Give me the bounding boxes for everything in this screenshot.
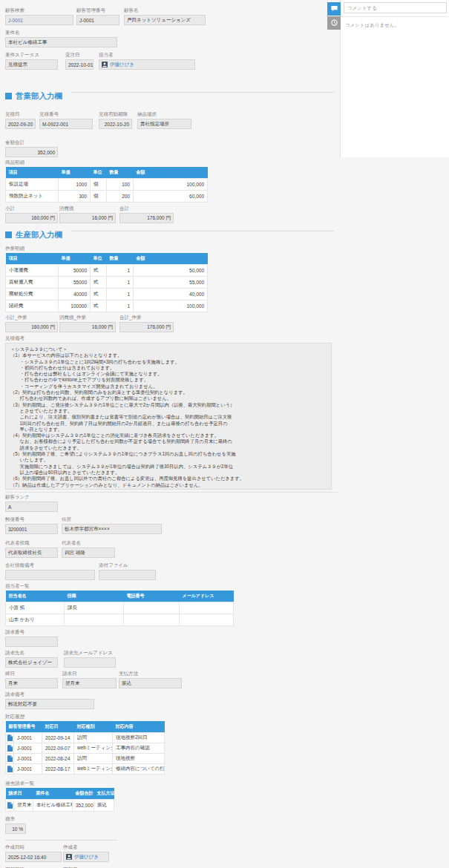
customer-search-label: 顧客検索 [5,7,73,13]
table-row: 翌月末 本社ビル修繕工事 352,000 振込 [6,800,114,812]
cell-amount: 100,000 [134,179,208,191]
record-link-icon[interactable] [6,733,14,743]
cell-qty: 200 [107,191,134,203]
cell-unit-price: 50000 [59,265,91,277]
cell-position [65,614,124,626]
subtotal-value: 160,000 円 [5,213,58,223]
table-row: 小運搬費 50000 式 1 50,000 [6,265,208,277]
assignee-link[interactable]: 伊藤ひびき [110,62,134,68]
cell-type: 訪問 [74,733,113,743]
quote-date-field: 見積日 2022-09-20 [5,111,36,129]
table-row: 資材搬入費 55000 式 1 55,000 [6,277,208,289]
work-tax-label: 消費税_作業 [59,315,116,320]
case-status-field: 案件ステータス 見積提示 [5,52,58,70]
assignee-field: 担当者 伊藤ひびき [99,52,195,70]
divider [5,492,338,493]
customer-no-label: 顧客管理番号 [76,7,119,13]
table-row: 小渡 拓 課長 [6,602,234,614]
table-header-row: 請求日 案件名 金額合計 支払方法 [6,788,114,800]
work-tax-field: 消費税_作業 16,000 円 [59,315,116,332]
work-total-field: 合計_作業 176,000 円 [119,315,174,332]
attachment-label: 添付ファイル [99,562,156,568]
assignee-label: 担当者 [99,52,195,58]
cell-unit: 式 [91,300,107,312]
work-total-value: 176,000 円 [119,322,174,332]
bill-to-value: 株式会社ジョイゾー [5,657,58,668]
col-qty: 数量 [107,253,134,265]
contacts-label: 担当者一覧 [5,583,340,589]
quote-valid-field: 見積有効期限 2022-10-20 [99,111,132,129]
col-invoice-date: 請求日 [6,788,33,800]
case-name-value: 本社ビル修繕工事 [5,37,117,47]
cell-unit-price: 40000 [59,289,91,300]
cell-customer-no: J-0001 [14,764,42,775]
creator-link[interactable]: 伊藤ひびき [74,854,99,861]
history-table: 顧客管理番号 対応日 対応種別 対応内容 J-0001 2022-09-14 訪… [5,721,165,775]
table-row: J-0001 2022-08-17 webミーティング 修繕内容についての打合せ [6,764,165,775]
customer-search-link[interactable]: J-0001 [8,18,23,23]
company-note-label: 会社情報備考 [5,562,95,568]
cell-unit-price: 300 [59,191,91,203]
closing-day-field: 締日 月末 [5,671,58,688]
record-detail: 顧客検索 J-0001 顧客管理番号 J-0001 顧客名 戸田ネットソリューシ… [0,0,340,868]
customer-name-label: 顧客名 [124,7,206,13]
cell-date: 2022-09-07 [42,743,74,754]
section-square-icon [5,93,12,99]
comment-tab-button[interactable] [327,2,341,16]
col-unit: 単位 [91,167,107,179]
tax-label: 消費税 [59,206,116,211]
quote-remarks-label: 見積備考 [5,335,340,341]
cell-content: 現地視察2回目 [113,733,165,743]
attachment-field: 添付ファイル [99,562,156,580]
cell-phone [124,614,180,626]
work-subtotal-field: 小計_作業 160,000 円 [5,315,58,332]
comment-input[interactable] [344,2,447,13]
customer-no-value: J-0001 [76,15,119,25]
record-link-icon[interactable] [6,800,14,812]
col-phone: 電話番号 [124,591,180,602]
zip-label: 郵便番号 [5,516,58,522]
divider [71,231,334,231]
table-row: 飛散防止ネット 300 個 200 60,000 [6,191,208,203]
zip-value: 3200001 [5,524,58,534]
cell-type: webミーティング [74,743,113,754]
cell-unit: 式 [91,265,107,277]
bill-to-field: 請求先名 株式会社ジョイゾー [5,650,58,668]
record-link-icon[interactable] [6,754,14,764]
quote-no-field: 見積番号 M-0922-001 [39,111,93,129]
cell-content: 修繕内容についての打合せ [113,764,165,775]
subtotal-label: 小計 [5,206,58,211]
created-at-label: 作成日時 [5,844,62,850]
comment-bubble-icon [330,2,338,16]
cell-unit: 式 [91,289,107,300]
rep-name-value: 四宮 靖隆 [62,548,115,558]
table-row: 廃材処分費 40000 式 1 40,000 [6,289,208,300]
cell-type: 訪問 [74,754,113,764]
col-position: 役職 [65,591,124,602]
product-detail-table: 項目 単価 単位 数量 金額 仮設足場 1000 個 100 100,000 飛… [5,167,208,203]
table-header-row: 項目 単価 単位 数量 金額 [6,167,208,179]
record-link-icon[interactable] [6,764,14,775]
table-row: 諸経費 100000 式 1 100,000 [6,300,208,312]
case-status-value: 見積提示 [5,59,58,70]
customer-no-field: 顧客管理番号 J-0001 [76,7,119,25]
cell-qty: 100 [107,179,134,191]
col-contact-name: 担当者名 [6,591,65,602]
past-invoices-table: 請求日 案件名 金額合計 支払方法 翌月末 本社ビル修繕工事 352,000 振… [5,788,114,812]
cell-item: 諸経費 [6,300,59,312]
history-tab-button[interactable] [327,16,341,30]
product-detail-label: 商品明細 [5,160,340,165]
divider [71,92,334,93]
col-unit-price: 単価 [59,253,91,265]
cell-amount: 55,000 [134,277,208,289]
quote-date-value: 2022-09-20 [5,119,36,129]
col-item: 項目 [6,167,59,179]
address-value: 栃木県宇都宮市×××× [62,524,162,534]
user-icon [102,62,108,68]
table-row: J-0001 2022-09-07 webミーティング 工事内容の確認 [6,743,165,754]
record-link-icon[interactable] [6,743,14,754]
assignee-value: 伊藤ひびき [99,59,195,70]
customer-name-value: 戸田ネットソリューションズ [124,15,206,25]
col-amount-total: 金額合計 [73,788,94,800]
cell-content: 工事内容の確認 [113,743,165,754]
